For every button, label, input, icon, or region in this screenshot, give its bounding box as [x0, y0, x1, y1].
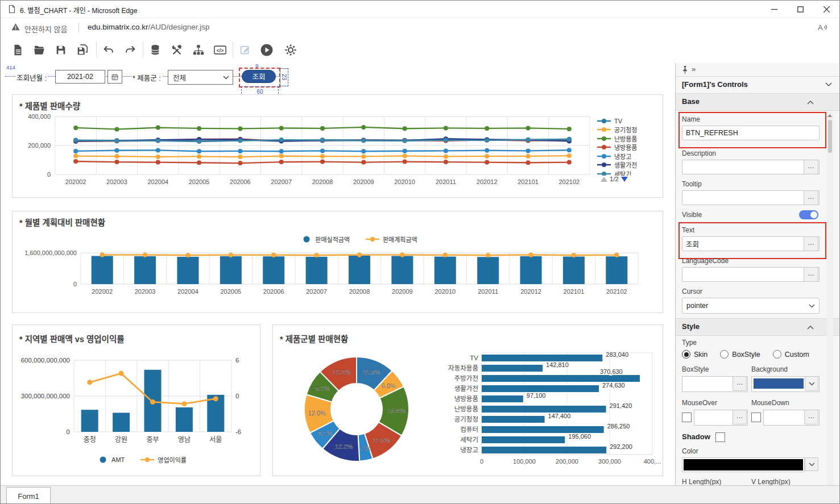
svg-text:300,000: 300,000	[598, 458, 621, 465]
maximize-button[interactable]	[787, 1, 813, 18]
legend-item[interactable]: 판매계획금액	[366, 235, 417, 243]
save-button[interactable]	[51, 40, 71, 60]
product-mix-chart: 11.9%6.0%15.6%11.5%4.1%12.2%6.2%12.0%8.2…	[273, 325, 661, 473]
panel-header[interactable]: [Form1]'s Controls	[676, 76, 840, 94]
svg-text:202009: 202009	[392, 288, 413, 295]
cursor-select[interactable]: pointer	[682, 298, 820, 314]
redo-button[interactable]	[120, 40, 140, 60]
mousedown-checkbox[interactable]	[751, 413, 761, 422]
chart-legend: 판매실적금액판매계획금액	[81, 235, 638, 243]
description-input[interactable]	[682, 160, 820, 174]
svg-text:202005: 202005	[189, 178, 210, 185]
svg-text:195,060: 195,060	[568, 433, 591, 440]
scroll-up-icon[interactable]	[827, 114, 832, 117]
legend-next-icon[interactable]	[621, 177, 628, 182]
svg-text:중부: 중부	[146, 436, 159, 444]
section-style[interactable]: Style	[676, 318, 840, 336]
type-radio-boxstyle[interactable]: BoxStyle	[720, 350, 760, 359]
color-dropdown-button[interactable]	[805, 457, 818, 471]
svg-text:202007: 202007	[271, 178, 292, 185]
legend-pager[interactable]: 1/2	[601, 176, 628, 182]
h-length-label: H Length(px)	[682, 478, 721, 486]
code-button[interactable]: </>	[210, 40, 230, 60]
calendar-button[interactable]	[107, 70, 122, 84]
legend-item[interactable]: 냉방용품	[597, 143, 665, 152]
scrollbar-thumb[interactable]	[828, 120, 832, 153]
mouseover-ellipsis-button[interactable]: …	[733, 410, 747, 424]
chevron-down-icon[interactable]	[825, 82, 832, 87]
description-ellipsis-button[interactable]: …	[804, 160, 818, 174]
minimize-button[interactable]	[761, 1, 787, 18]
read-aloud-icon[interactable]: A	[817, 22, 829, 34]
panel-scrollbar[interactable]	[827, 112, 833, 503]
shadow-label: Shadow	[682, 432, 710, 441]
svg-text:200,000: 200,000	[28, 142, 51, 149]
tooltip-input[interactable]	[682, 190, 820, 205]
collapse-panel-icon[interactable]: »	[692, 65, 696, 73]
panel-toolbar: »	[676, 63, 840, 77]
svg-text:202012: 202012	[477, 178, 498, 185]
address-url[interactable]: edu.bimatrix.co.kr/AUD/designer.jsp	[88, 23, 210, 31]
svg-text:충청: 충청	[84, 436, 96, 444]
legend-item[interactable]: TV	[597, 116, 665, 126]
settings-button[interactable]	[280, 40, 301, 60]
type-radio-skin[interactable]: Skin	[682, 350, 707, 359]
name-input[interactable]	[682, 126, 820, 140]
color-swatch-box[interactable]	[682, 457, 805, 472]
legend-item[interactable]: 세탁기	[597, 169, 665, 176]
date-input[interactable]	[55, 70, 105, 84]
languagecode-ellipsis-button[interactable]: …	[804, 267, 818, 282]
url-bar: 안전하지 않음 edu.bimatrix.co.kr/AUD/designer.…	[1, 18, 839, 38]
mouseover-checkbox[interactable]	[682, 413, 692, 422]
hierarchy-button[interactable]	[188, 40, 209, 60]
legend-item[interactable]: 생활가전	[597, 161, 665, 170]
section-base[interactable]: Base	[676, 93, 840, 111]
legend-item[interactable]: AMT	[98, 456, 125, 464]
new-document-button[interactable]	[7, 40, 28, 60]
mousedown-ellipsis-button[interactable]: …	[804, 410, 818, 424]
svg-text:200,000: 200,000	[556, 458, 578, 465]
svg-text:생활가전: 생활가전	[454, 385, 478, 392]
legend-prev-icon[interactable]	[601, 177, 607, 182]
tooltip-ellipsis-button[interactable]: …	[804, 190, 818, 205]
svg-text:274,630: 274,630	[602, 382, 625, 389]
undo-button[interactable]	[98, 40, 119, 60]
legend-item[interactable]: 냉장고	[597, 152, 665, 161]
edit-button[interactable]	[235, 40, 255, 60]
legend-item[interactable]: 영업이익률	[140, 456, 187, 464]
section-base-title: Base	[682, 97, 700, 106]
close-button[interactable]	[813, 1, 839, 18]
save-all-button[interactable]	[72, 40, 93, 60]
visible-toggle[interactable]	[799, 210, 818, 219]
svg-text:12.3%: 12.3%	[333, 369, 350, 376]
search-button[interactable]: 조회	[242, 70, 276, 83]
measure-top-label: 9	[255, 63, 258, 69]
product-select[interactable]: 전체	[168, 70, 233, 85]
mousedown-label: MouseDown	[751, 399, 789, 407]
languagecode-input[interactable]	[682, 267, 820, 282]
legend-item[interactable]: 판매실적금액	[301, 235, 350, 243]
boxstyle-ellipsis-button[interactable]: …	[733, 376, 747, 391]
run-button[interactable]	[256, 40, 277, 60]
background-dropdown-button[interactable]	[805, 376, 818, 391]
section-style-title: Style	[682, 322, 700, 331]
shadow-checkbox[interactable]	[715, 432, 725, 442]
svg-text:286,250: 286,250	[607, 423, 630, 430]
product-select-value: 전체	[168, 72, 223, 83]
security-warning[interactable]: 안전하지 않음	[24, 23, 67, 34]
chevron-up-icon[interactable]	[807, 325, 814, 330]
type-radio-custom[interactable]: Custom	[773, 350, 809, 359]
text-ellipsis-button[interactable]: …	[804, 236, 818, 251]
legend-item[interactable]: 공기청정	[597, 126, 665, 135]
chevron-up-icon[interactable]	[807, 100, 814, 105]
tab-form1[interactable]: Form1	[6, 487, 51, 504]
text-input[interactable]	[682, 236, 820, 251]
build-tools-button[interactable]	[167, 40, 187, 60]
database-button[interactable]	[145, 40, 165, 60]
svg-text:202005: 202005	[220, 288, 241, 295]
monthly-plan-bar-chart: 1,600,000,000,00002020022020032020042020…	[13, 245, 661, 311]
legend-item[interactable]: 난방용품	[597, 134, 665, 143]
properties-panel: » [Form1]'s Controls Base Name Descripti…	[675, 63, 840, 503]
pin-icon[interactable]	[681, 65, 689, 76]
open-folder-button[interactable]	[29, 40, 49, 60]
